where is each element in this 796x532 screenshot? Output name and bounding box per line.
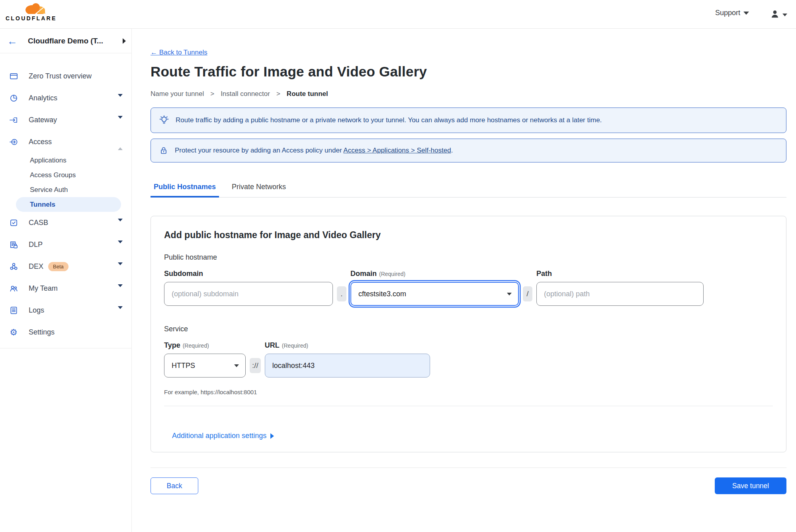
domain-label: Domain(Required) xyxy=(350,270,519,278)
hostname-field-row: Subdomain . Domain(Required) cftestsite3… xyxy=(164,270,773,306)
chevron-down-icon xyxy=(507,293,512,295)
checkbox-sync-icon xyxy=(9,218,18,228)
service-url-input[interactable] xyxy=(265,354,430,377)
back-button[interactable]: Back xyxy=(151,477,198,494)
chevron-down-icon xyxy=(118,265,123,272)
route-traffic-banner-text: Route traffic by adding a public hostnam… xyxy=(176,116,602,124)
sidebar-item-analytics[interactable]: Analytics xyxy=(0,87,131,109)
gear-icon: ⚙ xyxy=(9,328,18,337)
network-nodes-icon xyxy=(9,262,18,272)
sidebar-item-service-auth[interactable]: Service Auth xyxy=(0,182,131,197)
chevron-down-icon xyxy=(118,119,123,126)
chevron-down-icon xyxy=(118,287,123,294)
tab-private-networks[interactable]: Private Networks xyxy=(229,183,289,198)
access-applications-self-hosted-link[interactable]: Access > Applications > Self-hosted xyxy=(343,147,451,154)
access-policy-text-suffix: . xyxy=(451,147,453,154)
type-label: Type(Required) xyxy=(164,341,246,350)
sidebar-item-label: DLP xyxy=(29,241,43,249)
breadcrumb-separator: > xyxy=(276,90,280,98)
beta-badge: Beta xyxy=(48,262,68,271)
add-public-hostname-card: Add public hostname for Image and Video … xyxy=(151,216,786,452)
support-label: Support xyxy=(715,9,740,17)
top-bar: CLOUDFLARE Support xyxy=(0,0,796,29)
sidebar-item-access-groups[interactable]: Access Groups xyxy=(0,168,131,182)
chevron-down-icon xyxy=(118,243,123,250)
account-name[interactable]: Cloudflare Demo (T... xyxy=(28,37,123,45)
chevron-down-icon xyxy=(118,309,123,316)
chevron-down-icon xyxy=(118,221,123,229)
log-list-icon xyxy=(9,306,18,315)
sidebar-item-label: My Team xyxy=(29,284,58,293)
card-divider xyxy=(164,406,773,406)
sidebar-item-gateway[interactable]: Gateway xyxy=(0,109,131,131)
path-label: Path xyxy=(536,270,704,278)
service-type-value: HTTPS xyxy=(172,362,195,370)
route-traffic-info-banner: Route traffic by adding a public hostnam… xyxy=(151,108,786,133)
sidebar-expand-icon[interactable] xyxy=(123,38,126,44)
tab-public-hostnames[interactable]: Public Hostnames xyxy=(151,183,219,198)
sidebar-item-settings[interactable]: ⚙ Settings xyxy=(0,321,131,343)
required-note: (Required) xyxy=(379,271,405,277)
breadcrumb-step-install-connector: Install connector xyxy=(221,90,270,98)
chevron-down-icon xyxy=(743,12,749,15)
sidebar-item-label: Gateway xyxy=(29,116,57,124)
access-login-icon xyxy=(9,137,18,147)
lightbulb-icon xyxy=(159,115,169,125)
sidebar-item-applications[interactable]: Applications xyxy=(0,153,131,168)
domain-select[interactable]: cftestsite3.com xyxy=(350,282,519,306)
sidebar-item-dlp[interactable]: DLP xyxy=(0,234,131,256)
public-hostname-section-label: Public hostname xyxy=(164,253,773,262)
access-policy-banner: Protect your resource by adding an Acces… xyxy=(151,139,786,162)
card-heading: Add public hostname for Image and Video … xyxy=(164,230,773,241)
sidebar-item-logs[interactable]: Logs xyxy=(0,299,131,321)
required-note: (Required) xyxy=(183,342,209,349)
additional-application-settings-toggle[interactable]: Additional application settings xyxy=(172,432,274,440)
service-field-row: Type(Required) HTTPS :// URL(Required) xyxy=(164,341,773,377)
sidebar-subitem-label: Service Auth xyxy=(30,186,68,194)
sidebar-item-label: Logs xyxy=(29,306,44,315)
page-title: Route Traffic for Image and Video Galler… xyxy=(151,64,786,80)
sidebar-item-dex[interactable]: DEX Beta xyxy=(0,256,131,278)
user-menu[interactable] xyxy=(770,9,787,21)
sidebar-item-access[interactable]: Access xyxy=(0,131,131,153)
back-arrow-icon[interactable]: ← xyxy=(7,36,18,46)
subdomain-label: Subdomain xyxy=(164,270,333,278)
url-example-text: For example, https://localhost:8001 xyxy=(164,389,773,395)
domain-select-value: cftestsite3.com xyxy=(358,290,406,298)
document-lock-icon xyxy=(9,240,18,250)
back-to-tunnels-link[interactable]: ← Back to Tunnels xyxy=(151,49,207,57)
chevron-right-icon xyxy=(270,433,274,439)
gateway-icon xyxy=(9,115,18,125)
support-menu[interactable]: Support xyxy=(715,9,749,17)
sidebar-item-tunnels[interactable]: Tunnels xyxy=(16,197,121,212)
footer-divider xyxy=(151,467,786,468)
sidebar-subitem-label: Applications xyxy=(30,156,66,164)
sidebar-divider xyxy=(0,348,131,348)
window-icon xyxy=(9,72,18,81)
people-icon xyxy=(9,284,18,293)
url-label: URL(Required) xyxy=(265,341,430,350)
user-icon xyxy=(770,9,780,21)
chevron-up-icon xyxy=(118,141,123,148)
cloudflare-logo[interactable]: CLOUDFLARE xyxy=(6,2,66,22)
cloudflare-logo-text: CLOUDFLARE xyxy=(6,15,66,22)
required-note: (Required) xyxy=(282,342,308,349)
subdomain-input[interactable] xyxy=(164,282,333,306)
breadcrumb-step-name-your-tunnel: Name your tunnel xyxy=(151,90,204,98)
sidebar-item-my-team[interactable]: My Team xyxy=(0,278,131,299)
sidebar-item-label: Analytics xyxy=(29,94,57,102)
sidebar-item-label: Settings xyxy=(29,328,55,336)
breadcrumb-step-route-tunnel: Route tunnel xyxy=(287,90,328,98)
sidebar-item-casb[interactable]: CASB xyxy=(0,212,131,234)
chevron-down-icon xyxy=(782,14,787,16)
service-type-select[interactable]: HTTPS xyxy=(164,354,246,377)
path-input[interactable] xyxy=(536,282,704,306)
chevron-down-icon xyxy=(118,97,123,104)
access-policy-text: Protect your resource by adding an Acces… xyxy=(175,147,343,154)
additional-settings-label: Additional application settings xyxy=(172,432,266,440)
lock-icon xyxy=(159,146,168,155)
save-tunnel-button[interactable]: Save tunnel xyxy=(715,477,786,494)
chevron-down-icon xyxy=(234,364,239,367)
sidebar-item-zero-trust-overview[interactable]: Zero Trust overview xyxy=(0,65,131,87)
sidebar-item-label: CASB xyxy=(29,219,48,227)
